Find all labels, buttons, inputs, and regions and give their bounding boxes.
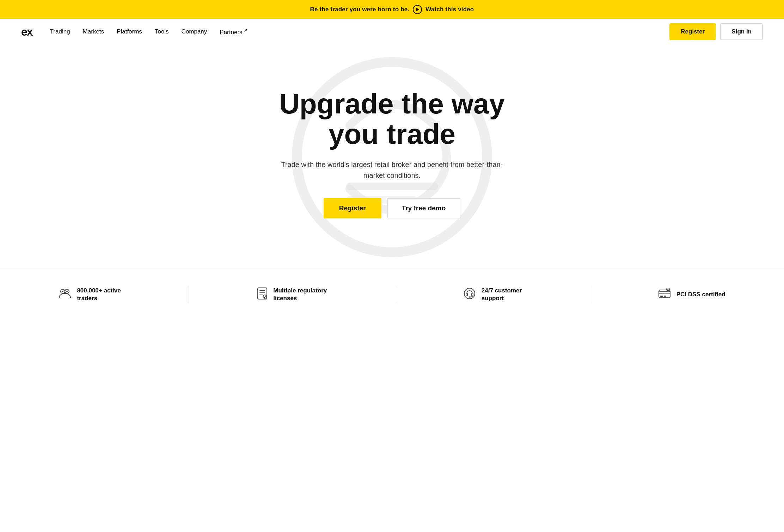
nav-tools[interactable]: Tools	[155, 28, 169, 35]
nav-company[interactable]: Company	[182, 28, 207, 35]
svg-rect-18	[659, 292, 670, 294]
stat-licenses: Multiple regulatorylicenses	[257, 287, 327, 302]
svg-rect-14	[466, 293, 467, 296]
svg-point-16	[469, 296, 471, 298]
traders-icon	[59, 288, 71, 302]
hero-demo-button[interactable]: Try free demo	[387, 198, 461, 218]
hero-headline: Upgrade the way you trade	[279, 89, 505, 150]
register-button[interactable]: Register	[669, 23, 716, 40]
svg-rect-8	[258, 288, 267, 299]
nav-platforms[interactable]: Platforms	[117, 28, 142, 35]
nav-actions: Register Sign in	[669, 23, 763, 40]
signin-button[interactable]: Sign in	[720, 23, 763, 40]
stat-divider-1	[189, 286, 189, 303]
nav-partners[interactable]: Partners ↗	[220, 27, 247, 36]
nav-markets[interactable]: Markets	[83, 28, 104, 35]
hero-content: Upgrade the way you trade Trade with the…	[279, 89, 505, 219]
play-icon	[413, 5, 422, 14]
pci-icon	[658, 288, 671, 302]
support-icon	[463, 287, 476, 302]
stat-traders-text: 800,000+ activetraders	[77, 287, 121, 302]
svg-marker-0	[416, 8, 419, 11]
stat-pci-text: PCI DSS certified	[676, 291, 725, 298]
hero-subtext: Trade with the world's largest retail br…	[279, 159, 505, 181]
stat-support: 24/7 customersupport	[463, 287, 522, 302]
logo[interactable]: ex	[21, 25, 32, 38]
hero-section: Upgrade the way you trade Trade with the…	[0, 44, 784, 270]
stat-divider-2	[395, 286, 395, 303]
stats-bar: 800,000+ activetraders Multiple regulato…	[0, 270, 784, 319]
nav-links: Trading Markets Platforms Tools Company …	[50, 27, 670, 36]
stat-traders: 800,000+ activetraders	[59, 287, 121, 302]
watch-video-link[interactable]: Watch this video	[425, 6, 474, 13]
svg-rect-19	[660, 296, 663, 297]
stat-divider-3	[590, 286, 590, 303]
svg-point-7	[66, 291, 68, 292]
licenses-icon	[257, 287, 268, 302]
hero-register-button[interactable]: Register	[324, 198, 381, 218]
navbar: ex Trading Markets Platforms Tools Compa…	[0, 19, 784, 44]
hero-buttons: Register Try free demo	[279, 198, 505, 218]
stat-licenses-text: Multiple regulatorylicenses	[273, 287, 327, 302]
banner-text: Be the trader you were born to be.	[310, 6, 410, 13]
stat-pci: PCI DSS certified	[658, 288, 725, 302]
stat-support-text: 24/7 customersupport	[482, 287, 522, 302]
svg-rect-20	[664, 296, 666, 297]
top-banner: Be the trader you were born to be. Watch…	[0, 0, 784, 19]
nav-trading[interactable]: Trading	[50, 28, 70, 35]
svg-point-6	[62, 291, 63, 292]
